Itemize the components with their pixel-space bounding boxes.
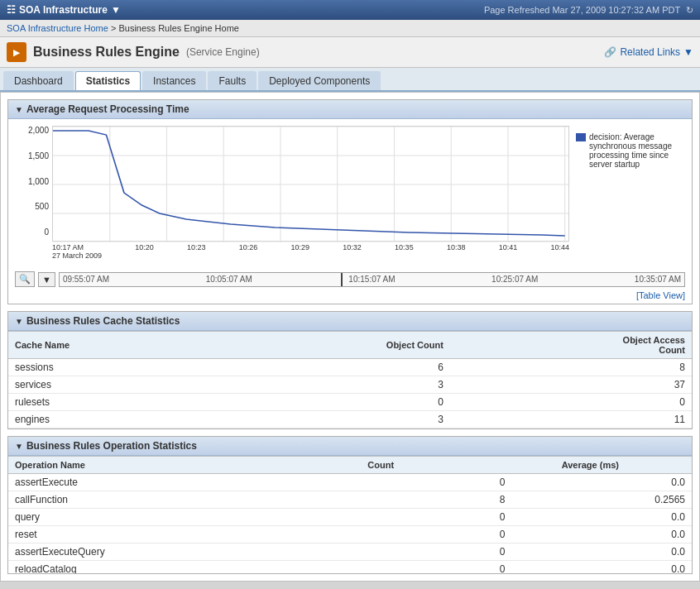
cache-title: Business Rules Cache Statistics: [26, 315, 180, 327]
cache-section-header: ▼ Business Rules Cache Statistics: [8, 312, 692, 331]
legend-color-swatch: [576, 133, 586, 141]
op-count-reload-catalog: 0: [434, 561, 512, 574]
op-avg-assert-execute-query: 0.0: [511, 544, 692, 561]
timeline-dropdown-icon[interactable]: ▼: [38, 272, 55, 287]
table-view-link[interactable]: [Table View]: [8, 290, 692, 304]
related-links-chevron: ▼: [683, 46, 693, 58]
cache-toggle[interactable]: ▼: [15, 317, 23, 326]
timeline-time-5: 10:35:07 AM: [635, 275, 681, 284]
op-col-name: Operation Name: [8, 457, 275, 474]
table-row: assertExecuteQuery 0 0.0: [8, 544, 692, 561]
table-row: callFunction 8 0.2565: [8, 491, 692, 509]
op-name-assert-execute-query: assertExecuteQuery: [8, 544, 434, 561]
top-bar: ☷ SOA Infrastructure ▼ Page Refreshed Ma…: [0, 0, 700, 20]
tab-instances[interactable]: Instances: [142, 71, 206, 90]
refresh-icon[interactable]: ↻: [686, 5, 693, 15]
table-row: sessions 6 8: [8, 359, 692, 376]
operation-table: Operation Name Count Average (ms): [8, 456, 692, 474]
refresh-text: Page Refreshed Mar 27, 2009 10:27:32 AM …: [484, 5, 693, 16]
op-name-query: query: [8, 509, 434, 526]
operation-toggle[interactable]: ▼: [15, 442, 23, 451]
op-name-assert-execute: assertExecute: [8, 474, 434, 491]
operation-title: Business Rules Operation Statistics: [26, 440, 197, 452]
chart-legend: decision: Average synchronous message pr…: [569, 126, 685, 261]
tab-bar: Dashboard Statistics Instances Faults De…: [0, 68, 700, 92]
app-dropdown-icon[interactable]: ▼: [111, 4, 121, 16]
cache-col-access-count: Object AccessCount: [450, 332, 692, 359]
cache-name-services: services: [8, 376, 225, 394]
operation-table-container: Operation Name Count Average (ms) assert…: [8, 456, 692, 573]
op-col-average: Average (ms): [400, 457, 626, 474]
tab-statistics[interactable]: Statistics: [75, 71, 141, 90]
cache-access-services: 37: [450, 376, 692, 394]
breadcrumb-current: Business Rules Engine Home: [118, 23, 239, 33]
cache-table-body: sessions 6 8 services 3 37 rulesets 0 0: [8, 359, 692, 429]
chart-container: 2,000 1,500 1,000 500 0: [8, 119, 692, 268]
cache-section: ▼ Business Rules Cache Statistics Cache …: [7, 311, 693, 429]
cache-name-engines: engines: [8, 411, 225, 429]
op-avg-reset: 0.0: [511, 526, 692, 544]
app-title-bar: ☷ SOA Infrastructure ▼: [7, 4, 121, 16]
op-avg-query: 0.0: [511, 509, 692, 526]
timeline-cursor: [341, 273, 343, 286]
op-count-assert-execute: 0: [434, 474, 512, 491]
tab-faults[interactable]: Faults: [208, 71, 257, 90]
table-row: engines 3 11: [8, 411, 692, 429]
operation-section-header: ▼ Business Rules Operation Statistics: [8, 437, 692, 456]
table-row: query 0 0.0: [8, 509, 692, 526]
cache-access-engines: 11: [450, 411, 692, 429]
op-name-reset: reset: [8, 526, 434, 544]
timeline-times: 09:55:07 AM 10:05:07 AM 10:15:07 AM 10:2…: [63, 275, 681, 284]
tab-deployed-components[interactable]: Deployed Components: [258, 71, 381, 90]
legend-item: decision: Average synchronous message pr…: [576, 132, 678, 169]
cache-table: Cache Name Object Count Object AccessCou…: [8, 331, 692, 429]
op-count-call-function: 8: [434, 491, 512, 509]
breadcrumb-home-link[interactable]: SOA Infrastructure Home: [7, 23, 108, 33]
operation-table-scroll[interactable]: assertExecute 0 0.0 callFunction 8 0.256…: [8, 474, 692, 573]
page-header: ▶ Business Rules Engine (Service Engine)…: [0, 37, 700, 68]
related-links-button[interactable]: 🔗 Related Links ▼: [604, 46, 693, 58]
avg-request-toggle[interactable]: ▼: [15, 105, 23, 114]
cache-name-rulesets: rulesets: [8, 394, 225, 411]
op-count-assert-execute-query: 0: [434, 544, 512, 561]
line-chart-svg: [53, 127, 568, 242]
op-avg-call-function: 0.2565: [511, 491, 692, 509]
operation-table-body: assertExecute 0 0.0 callFunction 8 0.256…: [8, 474, 692, 573]
app-title: SOA Infrastructure: [19, 4, 108, 16]
timeline-time-3: 10:15:07 AM: [348, 275, 395, 284]
timeline-time-1: 09:55:07 AM: [63, 275, 109, 284]
timeline-time-2: 10:05:07 AM: [206, 275, 252, 284]
cache-name-sessions: sessions: [8, 359, 225, 376]
table-row: assertExecute 0 0.0: [8, 474, 692, 491]
op-avg-assert-execute: 0.0: [511, 474, 692, 491]
main-content: ▼ Average Request Processing Time 2,000 …: [0, 92, 700, 582]
cache-table-container: Cache Name Object Count Object AccessCou…: [8, 331, 692, 429]
cache-col-object-count: Object Count: [225, 332, 450, 359]
page-title: Business Rules Engine: [33, 45, 180, 60]
avg-request-section: ▼ Average Request Processing Time 2,000 …: [7, 99, 693, 304]
page-icon: ▶: [7, 42, 26, 62]
cache-access-rulesets: 0: [450, 394, 692, 411]
op-col-count: Count: [275, 457, 400, 474]
table-row: rulesets 0 0: [8, 394, 692, 411]
cache-count-engines: 3: [225, 411, 450, 429]
cache-count-services: 3: [225, 376, 450, 394]
op-count-query: 0: [434, 509, 512, 526]
op-name-reload-catalog: reloadCatalog: [8, 561, 434, 574]
cache-count-sessions: 6: [225, 359, 450, 376]
breadcrumb: SOA Infrastructure Home > Business Rules…: [0, 20, 700, 37]
page-header-left: ▶ Business Rules Engine (Service Engine): [7, 42, 260, 62]
table-row: reset 0 0.0: [8, 526, 692, 544]
timeline-icon[interactable]: 🔍: [15, 271, 35, 287]
link-icon: 🔗: [604, 46, 616, 58]
chart-main: 10:17 AM27 March 2009 10:20 10:23 10:26 …: [52, 126, 569, 261]
chart-y-axis: 2,000 1,500 1,000 500 0: [15, 126, 52, 261]
op-count-reset: 0: [434, 526, 512, 544]
timeline-row: 🔍 ▼ 09:55:07 AM 10:05:07 AM 10:15:07 AM …: [8, 268, 692, 290]
tab-dashboard[interactable]: Dashboard: [3, 71, 74, 90]
avg-request-header: ▼ Average Request Processing Time: [8, 100, 692, 119]
table-row: reloadCatalog 0 0.0: [8, 561, 692, 574]
cache-count-rulesets: 0: [225, 394, 450, 411]
timeline-bar[interactable]: 09:55:07 AM 10:05:07 AM 10:15:07 AM 10:2…: [59, 272, 685, 287]
cache-access-sessions: 8: [450, 359, 692, 376]
